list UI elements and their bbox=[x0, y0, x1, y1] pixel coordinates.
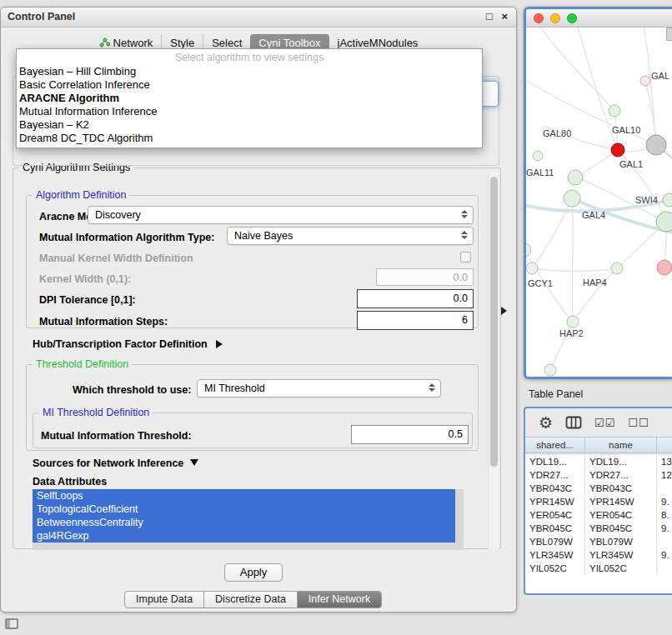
column-header[interactable]: name bbox=[585, 438, 657, 452]
node-label[interactable]: HAP4 bbox=[583, 278, 607, 288]
attribute-item[interactable]: TopologicalCoefficient bbox=[33, 502, 455, 516]
table-row[interactable]: YBR045C YBR045C 9. bbox=[525, 522, 672, 535]
mi-threshold-label: Mutual Information Threshold: bbox=[41, 430, 192, 442]
control-panel-window: Control Panel □ × Network Style Select C… bbox=[0, 7, 517, 612]
cyni-bottom-tabs: Impute Data Discretize Data Infer Networ… bbox=[124, 591, 382, 608]
table-row[interactable]: YDR27... YDR27... 12 bbox=[525, 468, 672, 482]
apply-button[interactable]: Apply bbox=[224, 563, 283, 582]
tab-discretize-data[interactable]: Discretize Data bbox=[203, 591, 298, 608]
node-label[interactable]: GAL1 bbox=[619, 159, 643, 169]
network-node-gray bbox=[646, 135, 666, 155]
combo-arrows-icon bbox=[461, 210, 468, 218]
panel-icon[interactable] bbox=[5, 618, 18, 629]
chevron-right-icon bbox=[216, 340, 223, 348]
table-toolbar: ⚙ ☑☑ ☐☐ bbox=[525, 408, 672, 437]
attribute-item[interactable]: SelfLoops bbox=[33, 489, 455, 502]
which-threshold-select[interactable]: MI Threshold bbox=[197, 379, 441, 398]
group-title: MI Threshold Definition bbox=[39, 407, 153, 418]
control-panel-title: Control Panel bbox=[1, 8, 516, 28]
data-attributes-label: Data Attributes bbox=[33, 476, 107, 488]
node-label[interactable]: GAL11 bbox=[526, 168, 554, 178]
table-row[interactable]: YBL079W YBL079W bbox=[525, 535, 672, 548]
minimize-button[interactable] bbox=[550, 13, 560, 23]
algorithm-option[interactable]: Bayesian – K2 bbox=[17, 118, 482, 132]
manual-kernel-label: Manual Kernel Width Definition bbox=[39, 252, 193, 264]
chevron-down-icon bbox=[190, 459, 198, 466]
close-icon[interactable]: × bbox=[501, 10, 508, 22]
attribute-item[interactable]: gal4RGexp bbox=[33, 529, 455, 542]
table-body: YDL19... YDL19... 13 YDR27... YDR27... 1… bbox=[525, 455, 672, 593]
network-node bbox=[611, 262, 623, 274]
canvas-scrollbar[interactable] bbox=[666, 28, 672, 41]
network-node-red bbox=[611, 143, 624, 157]
algorithm-option-selected[interactable]: ARACNE Algorithm bbox=[17, 92, 482, 105]
algorithm-option[interactable]: Dream8 DC_TDC Algorithm bbox=[17, 132, 482, 145]
mi-algorithm-type-select[interactable]: Naive Bayes bbox=[227, 227, 474, 245]
network-node bbox=[567, 316, 579, 328]
group-title: Threshold Definition bbox=[33, 358, 132, 370]
node-label[interactable]: GAL bbox=[651, 71, 669, 81]
network-node bbox=[656, 212, 672, 232]
column-header[interactable] bbox=[657, 438, 672, 452]
table-panel-title: Table Panel bbox=[529, 388, 583, 400]
dpi-tolerance-label: DPI Tolerance [0,1]: bbox=[39, 294, 136, 306]
table-row[interactable]: YER054C YER054C 8. bbox=[525, 508, 672, 522]
mi-threshold-field[interactable]: 0.5 bbox=[351, 425, 469, 444]
scrollbar-thumb[interactable] bbox=[490, 177, 498, 467]
algorithm-option[interactable]: Mutual Information Inference bbox=[17, 105, 482, 118]
kernel-width-field[interactable]: 0.0 bbox=[376, 268, 474, 286]
node-label[interactable]: GAL10 bbox=[612, 125, 640, 135]
deselect-all-icon[interactable]: ☐☐ bbox=[628, 417, 649, 429]
tab-impute-data[interactable]: Impute Data bbox=[124, 591, 204, 608]
table-row[interactable]: YLR345W YLR345W 9. bbox=[525, 548, 672, 562]
combo-arrows-icon bbox=[461, 231, 468, 239]
network-node bbox=[640, 76, 650, 86]
hub-definition-toggle[interactable]: Hub/Transcription Factor Definition bbox=[33, 338, 223, 350]
sources-toggle[interactable]: Sources for Network Inference bbox=[33, 458, 198, 469]
network-node bbox=[663, 193, 672, 207]
network-node bbox=[609, 105, 620, 117]
close-button[interactable] bbox=[534, 13, 544, 23]
mi-type-label: Mutual Information Algorithm Type: bbox=[39, 232, 214, 243]
table-row[interactable]: YBR043C YBR043C bbox=[525, 482, 672, 495]
manual-kernel-checkbox[interactable] bbox=[460, 252, 471, 262]
settings-scrollbar[interactable] bbox=[488, 172, 499, 549]
attribute-item[interactable]: BetweennessCentrality bbox=[33, 516, 455, 529]
node-label[interactable]: GAL4 bbox=[582, 210, 605, 220]
dpi-tolerance-field[interactable]: 0.0 bbox=[357, 289, 474, 308]
mi-steps-field[interactable]: 6 bbox=[357, 311, 474, 330]
panel-expand-arrow-icon[interactable] bbox=[501, 307, 507, 315]
network-node bbox=[564, 190, 580, 207]
zoom-button[interactable] bbox=[567, 13, 577, 23]
algorithm-option[interactable]: Basic Correlation Inference bbox=[17, 78, 482, 92]
list-horizontal-scrollbar[interactable] bbox=[33, 542, 455, 550]
network-node bbox=[533, 151, 543, 161]
node-label[interactable]: GAL80 bbox=[543, 128, 571, 138]
mi-steps-label: Mutual Information Steps: bbox=[39, 316, 168, 328]
column-header[interactable]: shared... bbox=[525, 438, 585, 452]
table-row[interactable]: YIL052C YIL052C bbox=[525, 562, 672, 575]
network-node bbox=[526, 243, 531, 257]
gear-icon[interactable]: ⚙ bbox=[539, 415, 553, 431]
algorithm-dropdown-list: Select algorithm to view settings Bayesi… bbox=[16, 48, 483, 148]
node-label[interactable]: HAP2 bbox=[559, 328, 584, 338]
select-all-icon[interactable]: ☑☑ bbox=[594, 417, 615, 429]
node-label[interactable]: SWI4 bbox=[635, 195, 658, 205]
table-header-row: shared... name bbox=[525, 437, 672, 453]
table-row[interactable]: YDL19... YDL19... 13 bbox=[525, 455, 672, 468]
network-canvas[interactable]: GAL GAL80 GAL10 GAL11 GAL1 SWI4 GAL4 GCY… bbox=[526, 28, 672, 377]
algorithm-placeholder-option[interactable]: Select algorithm to view settings bbox=[17, 51, 482, 65]
table-row[interactable]: YPR145W YPR145W 9. bbox=[525, 495, 672, 508]
data-attributes-list: SelfLoops TopologicalCoefficient Between… bbox=[33, 489, 455, 542]
aracne-mode-select[interactable]: Discovery bbox=[88, 206, 474, 224]
algorithm-option[interactable]: Bayesian – Hill Climbing bbox=[17, 65, 482, 78]
node-label[interactable]: GCY1 bbox=[528, 278, 553, 288]
network-view-window: GAL GAL80 GAL10 GAL11 GAL1 SWI4 GAL4 GCY… bbox=[524, 7, 672, 379]
minimize-icon[interactable]: □ bbox=[486, 10, 493, 22]
network-node bbox=[568, 170, 583, 185]
tab-infer-network[interactable]: Infer Network bbox=[297, 591, 382, 608]
columns-icon[interactable] bbox=[565, 416, 582, 429]
network-node bbox=[526, 262, 538, 274]
network-node bbox=[544, 364, 556, 376]
list-vertical-scrollbar[interactable] bbox=[455, 489, 464, 550]
